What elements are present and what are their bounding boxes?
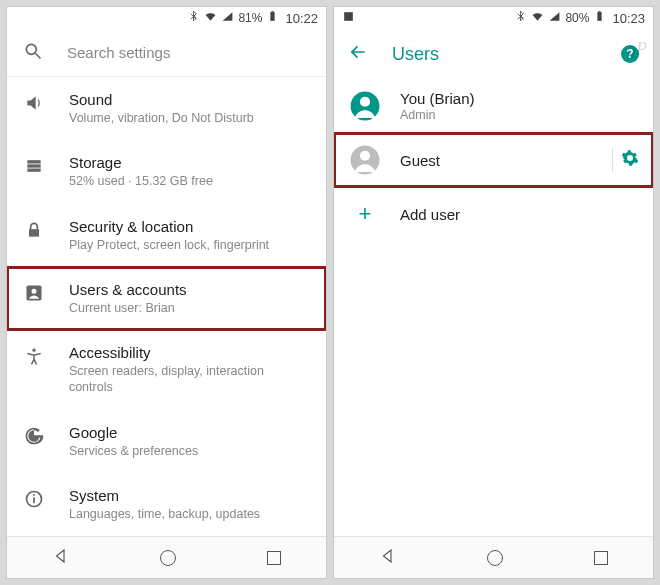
item-subtitle: 52% used · 15.32 GB free: [69, 173, 213, 189]
wifi-icon: [204, 10, 217, 26]
battery-percent: 80%: [565, 11, 589, 25]
svg-point-2: [26, 44, 36, 54]
page-title: Users: [392, 44, 597, 65]
google-icon: [23, 424, 45, 446]
svg-rect-13: [33, 494, 35, 496]
item-title: Google: [69, 424, 198, 441]
nav-recent-icon[interactable]: [594, 551, 608, 565]
sound-icon: [23, 91, 45, 113]
clock: 10:23: [612, 11, 645, 26]
settings-item-google[interactable]: Google Services & preferences: [7, 410, 326, 473]
users-header: Users ?: [334, 29, 653, 79]
status-bar: 81% 10:22: [7, 7, 326, 29]
svg-rect-16: [344, 12, 353, 21]
svg-rect-5: [27, 165, 40, 168]
item-title: Storage: [69, 154, 213, 171]
users-screen: 80% 10:23 Users ? gP You (Brian) Admin G…: [333, 6, 654, 579]
user-role: Admin: [400, 108, 639, 122]
settings-item-sound[interactable]: Sound Volume, vibration, Do Not Disturb: [7, 77, 326, 140]
user-name: You (Brian): [400, 90, 639, 107]
svg-rect-0: [271, 12, 275, 21]
back-button[interactable]: [348, 42, 368, 66]
settings-screen: 81% 10:22 Search settings Sound Volume, …: [6, 6, 327, 579]
status-bar: 80% 10:23: [334, 7, 653, 29]
svg-rect-1: [272, 11, 274, 12]
user-row-you[interactable]: You (Brian) Admin: [334, 79, 653, 133]
search-placeholder: Search settings: [67, 44, 170, 61]
bluetooth-icon: [514, 10, 527, 26]
battery-icon: [593, 10, 606, 26]
item-subtitle: Play Protect, screen lock, fingerprint: [69, 237, 269, 253]
guest-settings-button[interactable]: [621, 149, 639, 171]
watermark: gP: [627, 39, 647, 60]
svg-line-3: [36, 53, 41, 58]
settings-item-storage[interactable]: Storage 52% used · 15.32 GB free: [7, 140, 326, 203]
accessibility-icon: [23, 344, 45, 366]
storage-icon: [23, 154, 45, 176]
svg-rect-4: [27, 160, 40, 163]
svg-point-9: [32, 289, 37, 294]
battery-icon: [266, 10, 279, 26]
info-icon: [23, 487, 45, 509]
nav-back-icon[interactable]: [52, 547, 70, 569]
item-title: Accessibility: [69, 344, 310, 361]
battery-percent: 81%: [238, 11, 262, 25]
item-title: Users & accounts: [69, 281, 187, 298]
svg-point-20: [360, 97, 370, 107]
nav-recent-icon[interactable]: [267, 551, 281, 565]
settings-item-system[interactable]: System Languages, time, backup, updates: [7, 473, 326, 536]
item-subtitle: Languages, time, backup, updates: [69, 506, 260, 522]
svg-point-22: [360, 151, 370, 161]
item-subtitle: Current user: Brian: [69, 300, 187, 316]
spacer: [334, 241, 653, 536]
user-row-guest[interactable]: Guest: [334, 133, 653, 187]
nav-bar: [7, 536, 326, 578]
search-icon: [23, 41, 43, 65]
item-subtitle: Screen readers, display, interaction con…: [69, 363, 310, 396]
user-name: Guest: [400, 152, 594, 169]
item-subtitle: Services & preferences: [69, 443, 198, 459]
search-settings[interactable]: Search settings: [7, 29, 326, 77]
settings-list: Sound Volume, vibration, Do Not Disturb …: [7, 77, 326, 536]
divider: [612, 148, 613, 172]
svg-point-10: [32, 349, 35, 352]
bluetooth-icon: [187, 10, 200, 26]
add-user-button[interactable]: + Add user: [334, 187, 653, 241]
item-title: Sound: [69, 91, 254, 108]
nav-home-icon[interactable]: [160, 550, 176, 566]
avatar-icon: [348, 143, 382, 177]
settings-item-security[interactable]: Security & location Play Protect, screen…: [7, 204, 326, 267]
item-subtitle: Volume, vibration, Do Not Disturb: [69, 110, 254, 126]
nav-bar: [334, 536, 653, 578]
picture-icon: [342, 10, 355, 26]
settings-item-accessibility[interactable]: Accessibility Screen readers, display, i…: [7, 330, 326, 410]
nav-home-icon[interactable]: [487, 550, 503, 566]
svg-rect-7: [29, 229, 39, 237]
svg-rect-18: [599, 11, 601, 12]
svg-rect-17: [598, 12, 602, 21]
svg-rect-6: [27, 169, 40, 172]
add-user-label: Add user: [400, 206, 460, 223]
account-icon: [23, 281, 45, 303]
item-title: Security & location: [69, 218, 269, 235]
svg-rect-12: [33, 497, 35, 503]
wifi-icon: [531, 10, 544, 26]
plus-icon: +: [348, 201, 382, 227]
avatar-icon: [348, 89, 382, 123]
clock: 10:22: [285, 11, 318, 26]
signal-icon: [221, 10, 234, 26]
settings-item-users-accounts[interactable]: Users & accounts Current user: Brian: [7, 267, 326, 330]
lock-icon: [23, 218, 45, 240]
nav-back-icon[interactable]: [379, 547, 397, 569]
signal-icon: [548, 10, 561, 26]
item-title: System: [69, 487, 260, 504]
